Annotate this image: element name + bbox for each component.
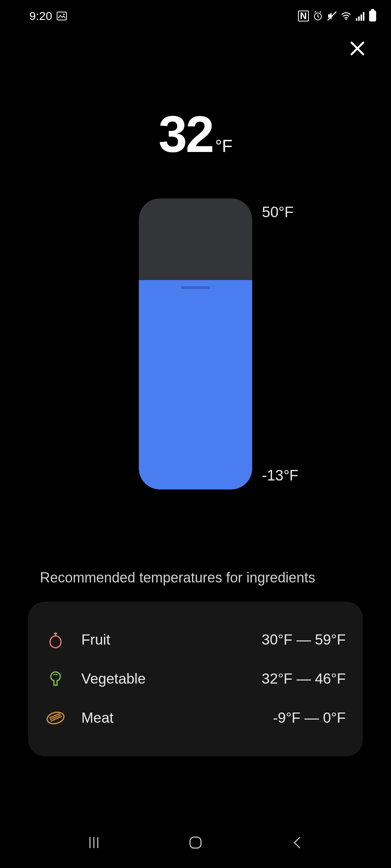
home-icon <box>188 836 203 850</box>
close-icon <box>349 40 366 57</box>
vegetable-icon <box>45 669 66 689</box>
recommended-title: Recommended temperatures for ingredients <box>28 570 363 586</box>
svg-rect-5 <box>358 16 360 21</box>
temperature-value: 32 <box>158 109 213 160</box>
fruit-icon <box>45 630 66 650</box>
ingredient-name: Fruit <box>81 632 262 648</box>
ingredient-range: -9°F — 0°F <box>273 710 346 726</box>
slider-min-label: -13°F <box>262 467 298 484</box>
svg-point-1 <box>63 14 65 15</box>
alarm-icon <box>313 11 323 21</box>
temperature-unit: °F <box>215 136 232 156</box>
status-time: 9:20 <box>29 9 52 23</box>
svg-rect-7 <box>363 12 364 21</box>
back-button[interactable] <box>287 833 307 852</box>
temperature-slider-container: 50°F -13°F <box>139 198 252 489</box>
ingredient-range: 32°F — 46°F <box>262 671 346 687</box>
ingredient-row-vegetable: Vegetable 32°F — 46°F <box>45 659 346 698</box>
ingredient-name: Meat <box>81 710 273 726</box>
ingredient-row-meat: Meat -9°F — 0°F <box>45 698 346 738</box>
back-icon <box>291 836 303 850</box>
recent-apps-icon <box>87 836 101 850</box>
navigation-bar <box>0 817 391 868</box>
recommended-card: Fruit 30°F — 59°F Vegetable 32°F — 46°F <box>28 602 363 756</box>
slider-fill <box>139 280 252 489</box>
slider-handle-notch <box>181 286 210 289</box>
svg-rect-12 <box>190 837 201 848</box>
picture-icon <box>57 11 67 21</box>
nfc-icon: N <box>298 11 309 21</box>
svg-rect-6 <box>361 14 362 21</box>
signal-icon <box>355 11 365 21</box>
ingredient-row-fruit: Fruit 30°F — 59°F <box>45 620 346 659</box>
mute-icon <box>327 11 337 21</box>
temperature-display: 32 °F <box>0 109 391 160</box>
svg-rect-4 <box>356 18 357 21</box>
status-left: 9:20 <box>29 9 67 23</box>
svg-rect-0 <box>57 12 66 20</box>
battery-icon <box>369 11 376 21</box>
recent-apps-button[interactable] <box>84 833 104 852</box>
meat-icon <box>45 708 66 728</box>
temperature-slider[interactable] <box>139 198 252 489</box>
home-button[interactable] <box>186 833 205 852</box>
close-button[interactable] <box>348 39 367 58</box>
status-right: N <box>298 11 376 21</box>
svg-point-3 <box>345 19 347 20</box>
ingredient-range: 30°F — 59°F <box>262 632 346 648</box>
close-container <box>0 27 391 58</box>
status-bar: 9:20 N <box>0 0 391 27</box>
svg-point-8 <box>46 711 65 725</box>
recommended-section: Recommended temperatures for ingredients… <box>28 570 363 756</box>
wifi-icon <box>341 11 351 21</box>
slider-max-label: 50°F <box>262 204 294 221</box>
ingredient-name: Vegetable <box>81 671 262 687</box>
